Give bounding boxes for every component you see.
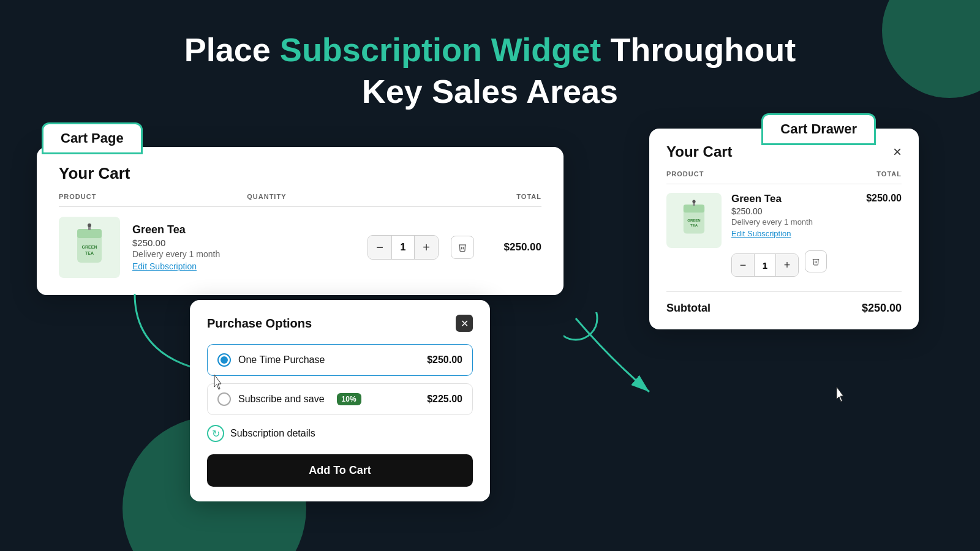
edit-subscription-link[interactable]: Edit Subscription — [132, 261, 197, 271]
cart-page-title: Your Cart — [59, 164, 541, 183]
quantity-controls: − 1 + — [368, 235, 439, 260]
drawer-header: Your Cart × — [666, 143, 902, 160]
drawer-qty-increase-btn[interactable]: + — [776, 254, 798, 276]
product-price: $250.00 — [132, 238, 355, 248]
svg-text:TEA: TEA — [85, 251, 94, 255]
save-badge: 10% — [337, 393, 361, 405]
cursor-drawer — [834, 386, 848, 404]
svg-point-5 — [88, 223, 91, 227]
cart-drawer: Your Cart × PRODUCT TOTAL GREEN TEA — [649, 129, 919, 329]
drawer-subtotal-label: Subtotal — [666, 302, 710, 315]
subscription-details-row[interactable]: ↻ Subscription details — [207, 425, 473, 442]
purchase-options-modal: Purchase Options ✕ One Time Purchase $25… — [190, 300, 490, 501]
drawer-item-header: Green Tea $250.00 Delivery every 1 month… — [731, 193, 902, 239]
svg-rect-10 — [684, 204, 704, 212]
drawer-product-image: GREEN TEA — [666, 193, 722, 248]
drawer-quantity-controls: − 1 + — [731, 253, 799, 277]
radio-subscribe — [217, 392, 231, 406]
drawer-delete-btn[interactable] — [805, 250, 827, 272]
option-subscribe-label: Subscribe and save — [238, 394, 325, 405]
option-subscribe-price: $225.00 — [427, 394, 462, 405]
add-to-cart-btn[interactable]: Add To Cart — [207, 454, 473, 487]
drawer-close-btn[interactable]: × — [893, 143, 902, 160]
drawer-table-header: PRODUCT TOTAL — [666, 170, 902, 184]
accent-text: Subscription Widget — [280, 31, 601, 68]
drawer-delivery-text: Delivery every 1 month — [731, 217, 813, 227]
subscription-details-text: Subscription details — [230, 428, 315, 439]
option-one-time-price: $250.00 — [427, 354, 462, 365]
svg-text:GREEN: GREEN — [687, 219, 700, 222]
modal-close-btn[interactable]: ✕ — [456, 315, 473, 332]
delete-item-btn[interactable] — [451, 236, 474, 259]
drawer-col-total: TOTAL — [876, 170, 902, 178]
drawer-product-name: Green Tea — [731, 193, 813, 205]
drawer-item-price: $250.00 — [866, 193, 902, 204]
drawer-col-product: PRODUCT — [666, 170, 704, 178]
col-product-header: PRODUCT — [59, 193, 96, 200]
product-name: Green Tea — [132, 223, 355, 236]
arrow-right — [564, 312, 662, 410]
svg-text:GREEN: GREEN — [82, 245, 97, 249]
qty-decrease-btn[interactable]: − — [368, 236, 391, 259]
cart-drawer-tab: Cart Drawer — [761, 113, 876, 145]
svg-rect-1 — [77, 229, 102, 238]
item-total: $250.00 — [492, 241, 541, 253]
drawer-subtotal-amount: $250.00 — [862, 302, 902, 315]
radio-one-time — [217, 353, 231, 367]
cart-item-row: GREEN TEA Green Tea $250.00 Delivery eve… — [59, 217, 541, 278]
qty-increase-btn[interactable]: + — [415, 236, 438, 259]
drawer-qty-value: 1 — [754, 254, 776, 276]
option-subscribe[interactable]: Subscribe and save 10% $225.00 — [207, 383, 473, 415]
product-image: GREEN TEA — [59, 217, 120, 278]
drawer-qty-row: − 1 + — [731, 246, 902, 277]
cart-page-tab: Cart Page — [42, 122, 143, 154]
qty-value: 1 — [391, 236, 415, 259]
drawer-product-price: $250.00 — [731, 206, 813, 216]
modal-title: Purchase Options — [207, 317, 312, 331]
col-quantity-header: QUANTITY — [247, 193, 286, 200]
modal-header: Purchase Options ✕ — [207, 315, 473, 332]
drawer-edit-subscription-link[interactable]: Edit Subscription — [731, 229, 791, 238]
drawer-title: Your Cart — [666, 143, 733, 160]
main-area: Cart Page Your Cart PRODUCT QUANTITY TOT… — [0, 110, 980, 551]
drawer-item-row: GREEN TEA Green Tea $250.00 Delivery eve… — [666, 193, 902, 277]
option-one-time[interactable]: One Time Purchase $250.00 — [207, 344, 473, 376]
col-total-header: TOTAL — [516, 193, 541, 200]
option-one-time-left: One Time Purchase — [217, 353, 325, 367]
cart-table-header: PRODUCT QUANTITY TOTAL — [59, 193, 541, 207]
radio-inner — [221, 356, 228, 364]
drawer-subtotal: Subtotal $250.00 — [666, 291, 902, 315]
delivery-text: Delivery every 1 month — [132, 249, 355, 259]
option-one-time-label: One Time Purchase — [238, 354, 325, 365]
svg-point-14 — [692, 200, 695, 203]
option-subscribe-left: Subscribe and save 10% — [217, 392, 361, 406]
page-title: Place Subscription Widget Throughout Key… — [0, 29, 980, 112]
drawer-qty-decrease-btn[interactable]: − — [732, 254, 754, 276]
product-info: Green Tea $250.00 Delivery every 1 month… — [132, 223, 355, 272]
subscription-icon: ↻ — [207, 425, 224, 442]
drawer-product-info: Green Tea $250.00 Delivery every 1 month… — [731, 193, 902, 277]
svg-text:TEA: TEA — [690, 223, 698, 227]
cart-page-panel: Your Cart PRODUCT QUANTITY TOTAL GREEN T… — [37, 147, 564, 295]
page-header: Place Subscription Widget Throughout Key… — [0, 0, 980, 112]
